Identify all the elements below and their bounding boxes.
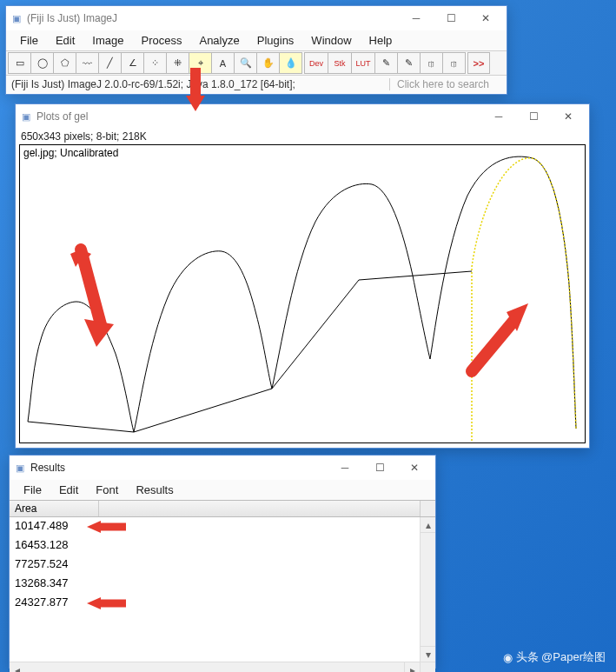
plot-info: 650x343 pixels; 8-bit; 218K	[16, 129, 589, 144]
watermark-icon: ◉	[503, 651, 513, 664]
menu-plugins[interactable]: Plugins	[248, 32, 303, 49]
tool-stk[interactable]: Stk	[328, 52, 352, 74]
scroll-left-icon[interactable]: ◂	[10, 662, 24, 672]
plot-label: gel.jpg; Uncalibrated	[23, 147, 118, 159]
results-header-row: Area	[10, 500, 435, 517]
close-button[interactable]: ✕	[468, 6, 503, 30]
plot-title: Plots of gel	[36, 110, 481, 123]
scroll-right-icon[interactable]: ▸	[404, 662, 420, 672]
results-close-button[interactable]: ✕	[397, 456, 432, 480]
tool-more[interactable]: >>	[467, 52, 490, 74]
watermark: ◉ 头条 @Paper绘图	[503, 649, 606, 665]
plot-titlebar[interactable]: ▣ Plots of gel ─ ☐ ✕	[16, 104, 589, 129]
results-window: ▣ Results ─ ☐ ✕ File Edit Font Results A…	[9, 455, 436, 669]
minimize-button[interactable]: ─	[399, 6, 434, 30]
tool-oval[interactable]: ◯	[30, 52, 54, 74]
svg-marker-1	[84, 319, 114, 347]
tool-polygon[interactable]: ⬠	[53, 52, 76, 74]
results-col-area[interactable]: Area	[10, 501, 99, 516]
tool-hand[interactable]: ✋	[256, 52, 280, 74]
menu-window[interactable]: Window	[302, 32, 360, 49]
tool-dropper[interactable]: 💧	[279, 52, 302, 74]
scroll-up-icon[interactable]: ▴	[421, 517, 435, 533]
tool-lut[interactable]: LUT	[351, 52, 375, 74]
tool-text[interactable]: A	[211, 52, 235, 74]
results-body: 10147.489 16453.128 77257.524 13268.347 …	[10, 517, 435, 662]
imagej-results-icon: ▣	[13, 461, 27, 475]
tool-multipoint[interactable]: ⁘	[143, 52, 167, 74]
tool-point[interactable]: ⁜	[166, 52, 189, 74]
tool-line[interactable]: ╱	[98, 52, 122, 74]
results-row[interactable]: 24327.877	[10, 594, 435, 613]
plot-maximize-button[interactable]: ☐	[516, 104, 551, 129]
main-statusbar: (Fiji Is Just) ImageJ 2.0.0-rc-69/1.52i;…	[6, 76, 507, 93]
menu-file[interactable]: File	[11, 32, 47, 49]
tool-angle[interactable]: ∠	[121, 52, 144, 74]
main-title: (Fiji Is Just) ImageJ	[27, 12, 399, 24]
menu-analyze[interactable]: Analyze	[190, 32, 248, 49]
tool-extra1[interactable]: ⎅	[420, 52, 443, 74]
results-minimize-button[interactable]: ─	[328, 456, 362, 480]
results-row[interactable]: 16453.128	[10, 536, 435, 556]
plot-area[interactable]: gel.jpg; Uncalibrated	[19, 144, 586, 443]
results-menu-edit[interactable]: Edit	[50, 482, 87, 498]
menu-process[interactable]: Process	[133, 32, 191, 49]
tool-extra2[interactable]: ⎅	[442, 52, 466, 74]
watermark-text: 头条 @Paper绘图	[516, 649, 606, 665]
results-title: Results	[30, 462, 328, 474]
main-toolbar: ▭ ◯ ⬠ 〰 ╱ ∠ ⁘ ⁜ ⌖ A 🔍 ✋ 💧 Dev Stk LUT ✎ …	[6, 50, 507, 76]
tool-dev[interactable]: Dev	[304, 52, 328, 74]
tool-freehand[interactable]: 〰	[76, 52, 99, 74]
maximize-button[interactable]: ☐	[434, 6, 468, 30]
gel-profile-plot	[20, 145, 585, 442]
results-menubar: File Edit Font Results	[10, 480, 435, 500]
main-titlebar[interactable]: ▣ (Fiji Is Just) ImageJ ─ ☐ ✕	[6, 6, 507, 30]
imagej-main-window: ▣ (Fiji Is Just) ImageJ ─ ☐ ✕ File Edit …	[5, 5, 507, 95]
results-row[interactable]: 77257.524	[10, 556, 435, 575]
menu-image[interactable]: Image	[83, 32, 132, 49]
tool-pencil2[interactable]: ✎	[397, 52, 421, 74]
results-menu-results[interactable]: Results	[127, 482, 182, 498]
results-vscrollbar[interactable]: ▴ ▾	[420, 517, 435, 662]
tool-zoom[interactable]: 🔍	[234, 52, 257, 74]
plot-minimize-button[interactable]: ─	[481, 104, 516, 129]
imagej-app-icon: ▣	[10, 11, 23, 25]
annotation-arrow-right	[472, 303, 528, 371]
results-hscrollbar[interactable]: ◂ ▸	[10, 662, 435, 672]
results-maximize-button[interactable]: ☐	[362, 456, 397, 480]
results-titlebar[interactable]: ▣ Results ─ ☐ ✕	[10, 456, 435, 480]
status-text: (Fiji Is Just) ImageJ 2.0.0-rc-69/1.52i;…	[11, 78, 389, 90]
results-menu-file[interactable]: File	[15, 482, 50, 498]
results-menu-font[interactable]: Font	[87, 482, 127, 498]
search-input[interactable]: Click here to search	[389, 78, 501, 90]
menu-help[interactable]: Help	[361, 32, 401, 49]
results-row[interactable]: 10147.489	[10, 517, 435, 536]
plot-close-button[interactable]: ✕	[551, 104, 586, 129]
results-row[interactable]: 13268.347	[10, 575, 435, 594]
menu-edit[interactable]: Edit	[47, 32, 83, 49]
plot-window: ▣ Plots of gel ─ ☐ ✕ 650x343 pixels; 8-b…	[15, 103, 590, 449]
tool-wand[interactable]: ⌖	[189, 52, 212, 74]
tool-pencil1[interactable]: ✎	[374, 52, 398, 74]
main-menubar: File Edit Image Process Analyze Plugins …	[6, 30, 507, 50]
tool-rectangle[interactable]: ▭	[8, 52, 31, 74]
scroll-down-icon[interactable]: ▾	[421, 646, 435, 662]
annotation-arrow-left	[70, 250, 114, 347]
imagej-plot-icon: ▣	[19, 110, 33, 123]
